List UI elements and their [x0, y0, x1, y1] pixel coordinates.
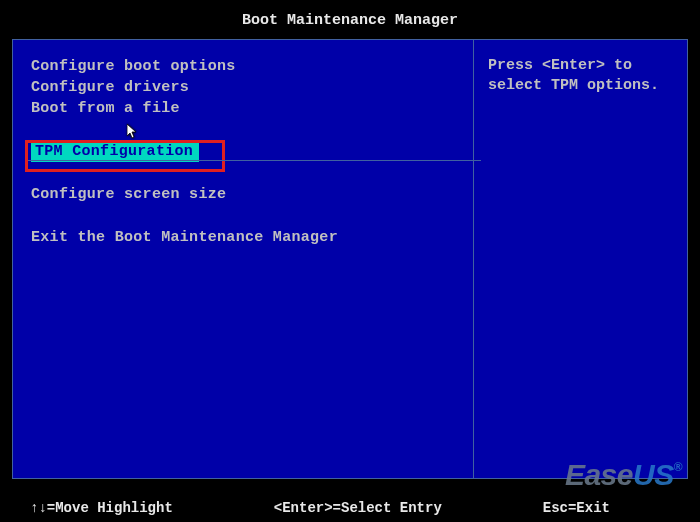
help-text: Press <Enter> to select TPM options.: [488, 56, 673, 95]
menu-item-configure-drivers[interactable]: Configure drivers: [31, 77, 473, 98]
menu-item-boot-from-file[interactable]: Boot from a file: [31, 98, 473, 119]
footer-hints: ↑↓=Move Highlight <Enter>=Select Entry E…: [0, 500, 700, 516]
menu-item-exit[interactable]: Exit the Boot Maintenance Manager: [31, 227, 473, 248]
panel-divider: [28, 160, 481, 161]
menu-item-configure-boot-options[interactable]: Configure boot options: [31, 56, 473, 77]
hint-move: ↑↓=Move Highlight: [30, 500, 173, 516]
menu-item-configure-screen-size[interactable]: Configure screen size: [31, 184, 473, 205]
hint-exit: Esc=Exit: [543, 500, 610, 516]
help-panel: Press <Enter> to select TPM options.: [473, 40, 687, 478]
menu-panel: Configure boot options Configure drivers…: [13, 40, 473, 478]
main-frame: Configure boot options Configure drivers…: [12, 39, 688, 479]
menu-item-tpm-configuration[interactable]: TPM Configuration: [31, 141, 199, 162]
hint-select: <Enter>=Select Entry: [274, 500, 442, 516]
watermark-logo: EaseUS®: [565, 458, 682, 492]
window-title: Boot Maintenance Manager: [0, 0, 700, 39]
